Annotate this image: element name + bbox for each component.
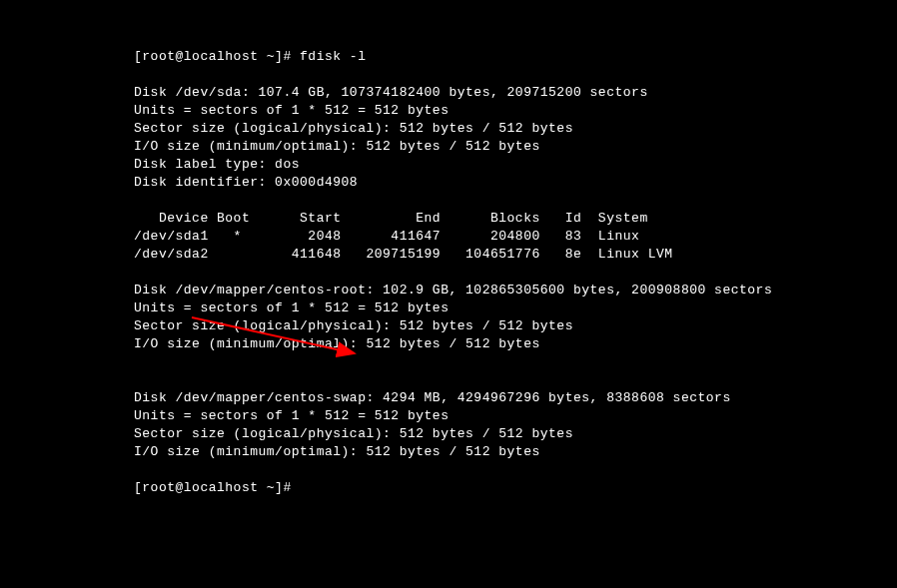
disk-root-units: Units = sectors of 1 * 512 = 512 bytes	[134, 300, 448, 315]
disk-swap-io: I/O size (minimum/optimal): 512 bytes / …	[134, 444, 540, 459]
disk-swap-sector: Sector size (logical/physical): 512 byte…	[134, 426, 573, 441]
shell-prompt-line: [root@localhost ~]# fdisk -l	[134, 49, 366, 64]
partition-table-header: Device Boot Start End Blocks Id System	[134, 211, 648, 226]
disk-sda-units: Units = sectors of 1 * 512 = 512 bytes	[134, 103, 448, 118]
partition-row-sda2: /dev/sda2 411648 209715199 104651776 8e …	[134, 247, 673, 262]
disk-sda-header: Disk /dev/sda: 107.4 GB, 107374182400 by…	[134, 85, 648, 100]
disk-swap-units: Units = sectors of 1 * 512 = 512 bytes	[134, 408, 448, 423]
shell-prompt-idle: [root@localhost ~]#	[134, 480, 292, 495]
disk-sda-label: Disk label type: dos	[134, 157, 300, 172]
disk-root-io: I/O size (minimum/optimal): 512 bytes / …	[134, 336, 540, 351]
disk-sda-identifier: Disk identifier: 0x000d4908	[134, 175, 358, 190]
disk-sda-io: I/O size (minimum/optimal): 512 bytes / …	[134, 139, 540, 154]
terminal-output: [root@localhost ~]# fdisk -l Disk /dev/s…	[0, 0, 897, 497]
disk-root-header: Disk /dev/mapper/centos-root: 102.9 GB, …	[134, 283, 772, 297]
partition-row-sda1: /dev/sda1 * 2048 411647 204800 83 Linux	[134, 229, 639, 244]
disk-sda-sector: Sector size (logical/physical): 512 byte…	[134, 121, 573, 136]
disk-swap-header: Disk /dev/mapper/centos-swap: 4294 MB, 4…	[134, 390, 731, 405]
disk-root-sector: Sector size (logical/physical): 512 byte…	[134, 318, 573, 333]
